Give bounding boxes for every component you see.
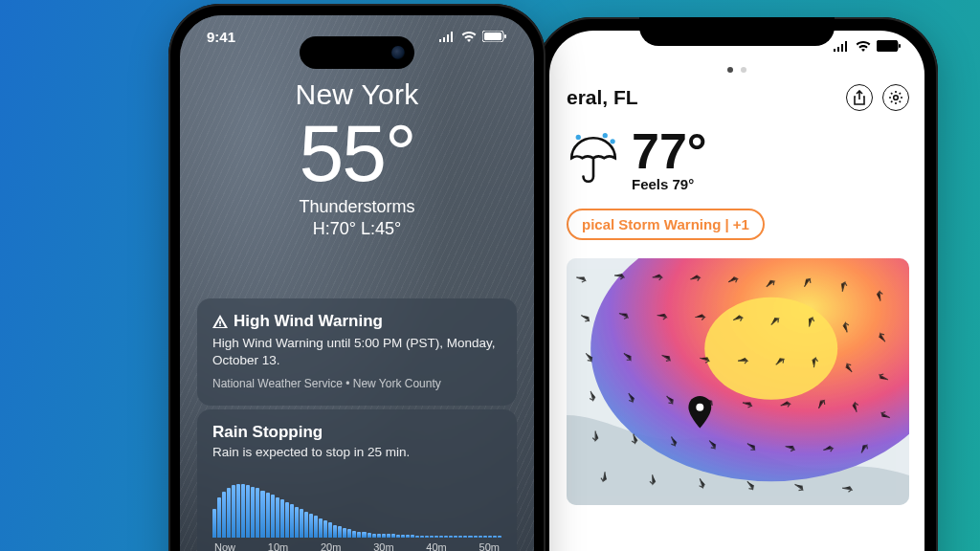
- phone-frame-left: 9:41 New York 55° Thunderstorms H:70° L:…: [168, 4, 546, 551]
- svg-point-6: [611, 139, 615, 143]
- svg-point-10: [696, 404, 703, 411]
- rain-chart: [212, 469, 501, 538]
- status-time: 9:41: [207, 29, 235, 45]
- umbrella-icon: [567, 133, 620, 187]
- svg-rect-2: [899, 44, 901, 48]
- warning-source: National Weather Service • New York Coun…: [212, 377, 501, 390]
- svg-point-9: [704, 298, 837, 400]
- radar-map[interactable]: [567, 258, 909, 505]
- cellular-icon: [833, 41, 850, 52]
- wifi-icon: [461, 32, 477, 42]
- rain-title: Rain Stopping: [212, 423, 501, 442]
- svg-point-4: [576, 134, 581, 139]
- warning-icon: [212, 315, 228, 328]
- svg-point-5: [603, 133, 608, 138]
- city-name[interactable]: New York: [180, 78, 534, 111]
- temperature: 55°: [180, 113, 534, 193]
- phone-frame-right: eral, FL 77° Feels 79°: [536, 17, 938, 551]
- rain-chart-labels: Now10m20m30m40m50m: [212, 541, 501, 551]
- rain-body: Rain is expected to stop in 25 min.: [212, 445, 501, 459]
- location-title[interactable]: eral, FL: [567, 86, 638, 109]
- svg-rect-1: [879, 42, 896, 50]
- current-temperature: 77°: [632, 126, 707, 176]
- settings-button[interactable]: [882, 84, 909, 111]
- svg-point-3: [894, 96, 899, 100]
- storm-warning-pill[interactable]: pical Storm Warning | +1: [567, 209, 765, 240]
- warning-title: High Wind Warning: [234, 312, 383, 331]
- battery-icon: [877, 40, 902, 52]
- svg-rect-12: [484, 33, 501, 40]
- high-low: H:70° L:45°: [180, 219, 534, 239]
- dynamic-island: [300, 36, 414, 69]
- share-button[interactable]: [846, 84, 873, 111]
- warning-body: High Wind Warning until 5:00 PM (PST), M…: [212, 335, 501, 369]
- notch: [639, 17, 835, 46]
- svg-rect-13: [504, 34, 506, 38]
- condition: Thunderstorms: [180, 197, 534, 217]
- page-indicator[interactable]: [727, 67, 746, 73]
- cellular-icon: [438, 32, 456, 42]
- rain-card[interactable]: Rain Stopping Rain is expected to stop i…: [197, 409, 517, 551]
- wifi-icon: [856, 41, 871, 52]
- wind-warning-card[interactable]: High Wind Warning High Wind Warning unti…: [197, 298, 517, 406]
- battery-icon: [482, 31, 507, 42]
